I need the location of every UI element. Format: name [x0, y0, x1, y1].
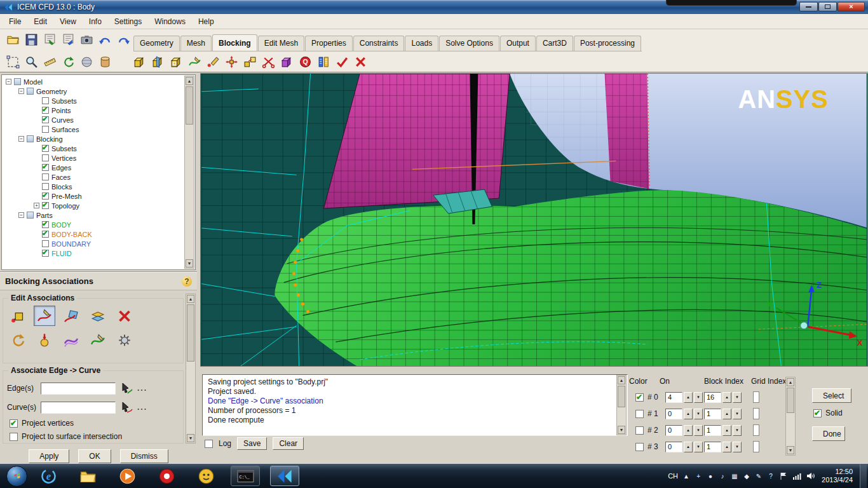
edit-edge-button[interactable]	[186, 53, 203, 71]
scroll-up-icon[interactable]: ▲	[787, 378, 794, 386]
tab-blocking[interactable]: Blocking	[212, 34, 257, 51]
ime-keyboard-icon[interactable]: ▦	[731, 473, 738, 480]
3d-viewport[interactable]: ANSYS Z Y X	[201, 74, 867, 366]
tree-item[interactable]: − Blocking	[3, 134, 184, 144]
save-project-button[interactable]	[22, 31, 40, 48]
index-color-swatch[interactable]	[753, 441, 759, 452]
taskbar-ie-button[interactable]	[34, 466, 63, 486]
tree-item[interactable]: FLUID	[3, 248, 184, 258]
grid-index-down-button[interactable]: ▼	[733, 425, 742, 436]
block-index-up-button[interactable]: ▲	[684, 409, 693, 419]
grid-index-field[interactable]: 1	[704, 425, 721, 436]
group-curves-button[interactable]	[60, 330, 82, 350]
check-blocks-button[interactable]	[333, 53, 351, 71]
refresh-view-button[interactable]	[59, 53, 77, 71]
tree-expander[interactable]: −	[18, 212, 24, 218]
apply-button[interactable]: Apply	[29, 449, 69, 463]
cut-block-button[interactable]	[259, 53, 277, 71]
tree-item[interactable]: Edges	[3, 163, 184, 172]
taskbar-red-app-button[interactable]	[152, 466, 181, 486]
taskbar-explorer-button[interactable]	[73, 466, 102, 486]
tab-constraints[interactable]: Constraints	[353, 36, 405, 51]
tree-item[interactable]: Faces	[3, 172, 184, 182]
log-checkbox[interactable]	[205, 440, 213, 448]
scroll-thumb[interactable]	[618, 386, 625, 407]
tree-expander[interactable]: +	[34, 203, 39, 208]
index-on-checkbox[interactable]	[635, 410, 644, 418]
block-index-down-button[interactable]: ▼	[694, 409, 703, 419]
taskbar-yellow-app-button[interactable]	[191, 466, 220, 486]
tree-item[interactable]: Subsets	[3, 96, 184, 105]
block-index-up-button[interactable]: ▲	[684, 442, 693, 452]
tree-checkbox[interactable]	[42, 231, 49, 238]
associate-vertex-button[interactable]	[7, 306, 29, 326]
block-index-down-button[interactable]: ▼	[694, 392, 703, 403]
associate-edge-to-surface-button[interactable]	[60, 306, 82, 326]
tree-item[interactable]: Subsets	[3, 144, 184, 153]
menu-view[interactable]: View	[53, 15, 83, 29]
create-block-button[interactable]	[130, 53, 148, 71]
done-button[interactable]: Done	[812, 426, 845, 441]
minimize-button[interactable]	[799, 2, 818, 11]
panel-scrollbar[interactable]: ▲ ▼	[186, 294, 196, 444]
save-log-button[interactable]: Save	[237, 437, 267, 450]
menu-settings[interactable]: Settings	[108, 15, 148, 29]
audio-tray-icon[interactable]: ♪	[719, 473, 726, 480]
associate-button[interactable]	[204, 53, 222, 71]
tree-checkbox[interactable]	[42, 116, 49, 123]
tab-properties[interactable]: Properties	[305, 36, 353, 51]
show-desktop-button[interactable]	[860, 464, 867, 488]
screenshot-button[interactable]	[78, 31, 95, 48]
associate-face-to-surface-button[interactable]	[87, 306, 109, 326]
sphere-tool-button[interactable]	[78, 53, 95, 71]
premesh-quality-button[interactable]	[296, 53, 314, 71]
tree-item[interactable]: Vertices	[3, 153, 184, 163]
index-on-checkbox[interactable]	[635, 393, 644, 402]
associate-edge-to-curve-button[interactable]	[34, 306, 55, 326]
tree-item[interactable]: Points	[3, 105, 184, 115]
tree-checkbox[interactable]	[42, 202, 49, 209]
tree-item[interactable]: Surfaces	[3, 125, 184, 134]
auto-associate-button[interactable]	[114, 330, 135, 350]
block-index-field[interactable]: 4	[665, 392, 682, 403]
taskbar-clock[interactable]: 12:50 2013/4/24	[822, 468, 853, 484]
tree-checkbox[interactable]	[42, 164, 49, 171]
scroll-up-icon[interactable]: ▲	[187, 295, 194, 303]
project-surface-intersection-checkbox[interactable]	[10, 433, 18, 441]
cylinder-tool-button[interactable]	[96, 53, 114, 71]
ogrid-block-button[interactable]	[167, 53, 185, 71]
action-center-flag-icon[interactable]	[779, 471, 788, 480]
tree-expander[interactable]: −	[6, 79, 11, 85]
ime-tool-icon[interactable]: +	[695, 473, 702, 480]
tree-item[interactable]: − Model	[3, 77, 184, 86]
open-project-button[interactable]	[4, 31, 22, 48]
delete-block-button[interactable]	[351, 53, 369, 71]
tab-geometry[interactable]: Geometry	[133, 36, 180, 51]
tree-checkbox[interactable]	[42, 154, 49, 161]
zoom-window-button[interactable]	[22, 53, 40, 71]
tree-checkbox[interactable]	[42, 240, 49, 247]
recorder-tray-icon[interactable]: ●	[707, 473, 714, 480]
help-tray-icon[interactable]: ?	[767, 473, 775, 480]
tree-checkbox[interactable]	[42, 250, 49, 257]
grid-index-field[interactable]: 1	[704, 409, 721, 419]
log-scrollbar[interactable]: ▲ ▼	[616, 375, 627, 435]
snap-project-vertices-button[interactable]	[34, 330, 55, 350]
tree-item[interactable]: Curves	[3, 115, 184, 125]
merge-blocks-button[interactable]	[278, 53, 295, 71]
tab-post-processing[interactable]: Post-processing	[574, 36, 641, 51]
index-color-swatch[interactable]	[753, 424, 759, 436]
tree-checkbox[interactable]	[42, 183, 49, 190]
block-index-down-button[interactable]: ▼	[694, 425, 703, 436]
index-scrollbar[interactable]: ▲ ▼	[785, 377, 796, 456]
block-index-down-button[interactable]: ▼	[694, 442, 703, 452]
grid-index-up-button[interactable]: ▲	[722, 442, 731, 452]
undo-button[interactable]	[96, 31, 114, 48]
tree-item[interactable]: − Geometry	[3, 86, 184, 96]
scroll-down-icon[interactable]: ▼	[186, 259, 193, 268]
block-index-up-button[interactable]: ▲	[684, 392, 693, 403]
tree-checkbox[interactable]	[42, 107, 49, 114]
clear-log-button[interactable]: Clear	[273, 437, 304, 450]
tree-checkbox[interactable]	[42, 97, 49, 104]
help-icon[interactable]: ?	[182, 276, 192, 287]
